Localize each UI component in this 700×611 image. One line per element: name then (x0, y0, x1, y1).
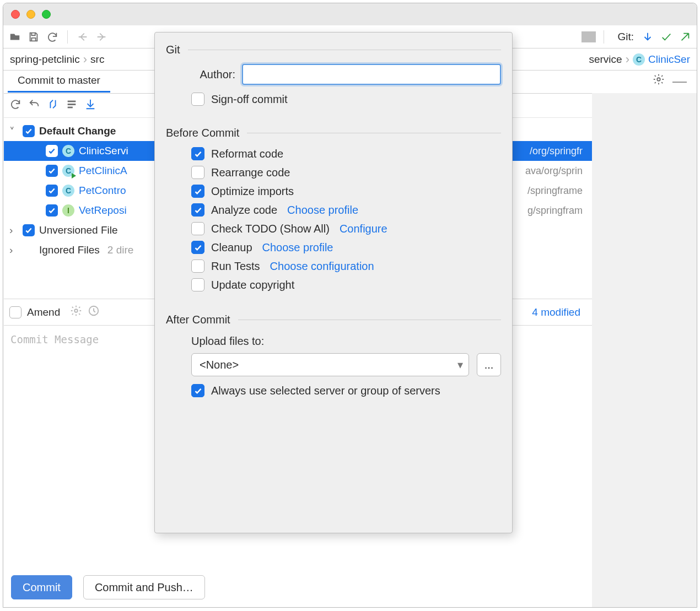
class-icon: C (62, 145, 74, 157)
checkbox-checked[interactable] (191, 384, 204, 397)
separator (67, 30, 68, 44)
modified-count[interactable]: 4 modified (532, 306, 588, 318)
separator (604, 30, 604, 44)
before-commit-option[interactable]: Check TODO (Show All)Configure (191, 222, 501, 235)
refresh-icon[interactable] (9, 98, 21, 113)
upload-value: <None> (200, 359, 239, 371)
before-commit-option[interactable]: Optimize imports (191, 185, 501, 198)
breadcrumb-file[interactable]: C ClinicSer (633, 53, 690, 66)
chevron-right-icon[interactable]: › (9, 224, 18, 236)
checkbox-checked[interactable] (191, 241, 204, 254)
amend-label: Amend (27, 306, 60, 318)
section-label: Before Commit (166, 127, 239, 139)
class-icon: C (633, 53, 645, 66)
tab-commit[interactable]: Commit to master (8, 70, 110, 93)
chevron-right-icon[interactable]: › (9, 244, 18, 256)
checkbox-unchecked[interactable] (191, 222, 204, 235)
undo-icon[interactable] (28, 98, 40, 113)
file-name: PetClinicA (79, 165, 127, 177)
titlebar[interactable] (3, 3, 697, 25)
checkbox-unchecked[interactable] (191, 166, 204, 179)
signoff-row[interactable]: Sign-off commit (191, 93, 501, 106)
button-label: Commit and Push… (95, 581, 193, 594)
chevron-right-icon: › (83, 52, 87, 67)
checkbox-checked[interactable] (23, 125, 35, 137)
checkbox-checked[interactable] (46, 204, 58, 217)
commit-button[interactable]: Commit (11, 575, 72, 599)
upload-select[interactable]: <None> ▾ (191, 353, 469, 376)
author-input[interactable] (242, 64, 501, 85)
author-label: Author: (191, 68, 235, 81)
before-commit-option[interactable]: Update copyright (191, 278, 501, 291)
git-push-icon[interactable] (678, 30, 692, 44)
file-path: g/springfram (527, 205, 588, 217)
section-before-commit: Before Commit (166, 127, 501, 139)
breadcrumb-item[interactable]: spring-petclinic (10, 53, 80, 66)
file-path: ava/org/sprin (525, 165, 588, 177)
file-name: VetReposi (79, 204, 127, 217)
before-commit-option[interactable]: Run TestsChoose configuration (191, 259, 501, 273)
before-commit-option[interactable]: CleanupChoose profile (191, 241, 501, 254)
tab-label: Commit to master (18, 74, 100, 86)
checkbox-checked[interactable] (46, 145, 58, 157)
changelist-icon[interactable] (66, 98, 78, 113)
gear-icon[interactable] (70, 305, 82, 320)
diff-icon[interactable] (47, 98, 59, 113)
browse-button[interactable]: ... (477, 353, 501, 376)
checkbox-checked[interactable] (23, 224, 35, 236)
save-icon[interactable] (26, 30, 41, 44)
window-close-icon[interactable] (11, 10, 20, 19)
commit-and-push-button[interactable]: Commit and Push… (83, 575, 205, 599)
history-icon[interactable] (88, 305, 100, 320)
minimize-icon[interactable]: — (672, 78, 687, 84)
git-commit-check-icon[interactable] (659, 30, 674, 44)
window-zoom-icon[interactable] (42, 10, 51, 19)
file-name: ClinicServi (79, 145, 128, 157)
section-label: Git (166, 44, 180, 56)
checkbox-checked[interactable] (191, 203, 204, 217)
runnable-class-icon: C (62, 165, 74, 177)
option-link[interactable]: Choose configuration (270, 260, 374, 273)
ide-window: Git: spring-petclinic › src service › C … (3, 3, 697, 608)
checkbox-unchecked[interactable] (191, 278, 204, 291)
button-label: Commit (23, 581, 61, 594)
gear-icon[interactable] (653, 73, 665, 88)
git-pull-icon[interactable] (640, 30, 655, 44)
svg-rect-1 (68, 101, 76, 102)
option-label: Rearrange code (211, 166, 290, 179)
chevron-down-icon[interactable]: ˅ (9, 125, 18, 138)
open-icon[interactable] (8, 30, 22, 44)
section-label: After Commit (166, 313, 230, 326)
breadcrumb-item[interactable]: service (589, 53, 622, 66)
checkbox-checked[interactable] (191, 147, 204, 160)
upload-label: Upload files to: (191, 335, 501, 348)
shelve-icon[interactable] (84, 98, 96, 113)
upload-row: <None> ▾ ... (191, 353, 501, 376)
refresh-icon[interactable] (45, 30, 60, 44)
before-commit-option[interactable]: Analyze codeChoose profile (191, 203, 501, 217)
editor-gutter (592, 93, 697, 607)
checkbox-unchecked[interactable] (191, 93, 204, 106)
checkbox-checked[interactable] (191, 185, 204, 198)
option-link[interactable]: Choose profile (262, 241, 333, 254)
option-label: Reformat code (211, 148, 283, 160)
before-commit-option[interactable]: Reformat code (191, 147, 501, 160)
always-use-server-row[interactable]: Always use selected server or group of s… (191, 384, 501, 397)
breadcrumb-item[interactable]: src (90, 53, 104, 66)
checkbox-checked[interactable] (46, 185, 58, 197)
amend-checkbox[interactable] (9, 306, 21, 318)
window-minimize-icon[interactable] (26, 10, 35, 19)
before-commit-option[interactable]: Rearrange code (191, 166, 501, 179)
checkbox-checked[interactable] (46, 165, 58, 177)
chevron-down-icon: ▾ (457, 358, 463, 371)
breadcrumb-file-label: ClinicSer (648, 53, 690, 66)
option-label: Check TODO (Show All) (211, 223, 330, 235)
nav-forward-icon[interactable] (94, 30, 109, 44)
option-link[interactable]: Choose profile (287, 204, 358, 217)
nav-back-icon[interactable] (76, 30, 90, 44)
checkbox-unchecked[interactable] (191, 259, 204, 273)
interface-icon: I (62, 204, 74, 217)
file-path: /springframe (527, 185, 588, 197)
git-label: Git: (617, 31, 634, 43)
option-link[interactable]: Configure (340, 223, 387, 235)
